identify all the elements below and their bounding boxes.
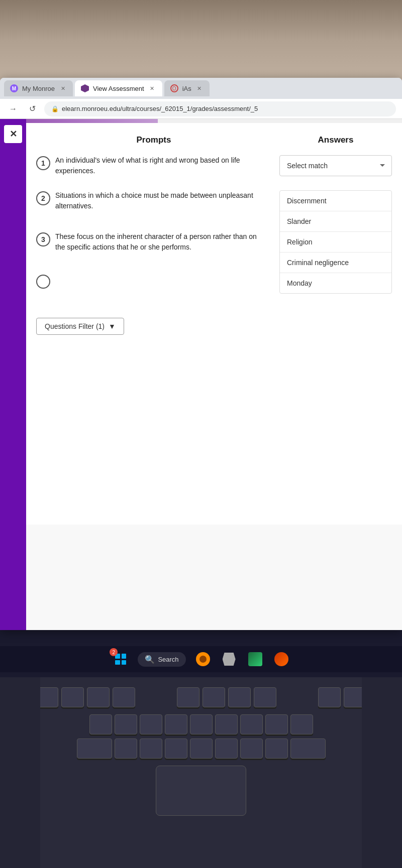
key-shift-left: [77, 738, 112, 759]
questions-filter-button[interactable]: Questions Filter (1) ▼: [36, 318, 124, 335]
key-e: [87, 687, 110, 707]
laptop-frame-right: [362, 677, 402, 868]
tab-my-monroe-close[interactable]: ✕: [59, 84, 67, 92]
table-row: 1 An individual's view of what is right …: [36, 155, 392, 190]
key-x: [140, 738, 162, 759]
url-text: elearn.monroeu.edu/ultra/courses/_62015_…: [62, 105, 258, 112]
key-n: [240, 738, 263, 759]
questions-filter-label: Questions Filter (1): [45, 322, 105, 330]
search-text: Search: [158, 656, 178, 663]
prompt-cell-1: 1 An individual's view of what is right …: [36, 155, 271, 190]
tab-iask-label: iAs: [182, 85, 191, 92]
red-app-icon: [274, 652, 288, 666]
touchpad[interactable]: [156, 766, 246, 816]
key-r: [113, 687, 135, 707]
taskbar-app-4[interactable]: [272, 650, 290, 668]
key-z: [115, 738, 137, 759]
prompt-number-3: 3: [36, 232, 50, 246]
key-v: [190, 738, 213, 759]
prompt-text-2: Situations in which a choice must be mad…: [55, 190, 263, 211]
prompts-column-header: Prompts: [36, 135, 271, 155]
key-c: [165, 738, 187, 759]
taskbar-search[interactable]: 🔍 Search: [138, 652, 185, 667]
tab-iask[interactable]: O iAs ✕: [164, 80, 210, 96]
answer-options-list: Discernment Slander Religion Criminal ne…: [279, 190, 392, 294]
prompt-number-2: 2: [36, 191, 50, 205]
windows-grid-cell-3: [115, 660, 120, 665]
taskbar-app-1[interactable]: [194, 650, 212, 668]
omega-icon: O: [170, 84, 178, 92]
prompt-text-1: An individual's view of what is right an…: [55, 155, 263, 176]
key-y: [203, 687, 225, 707]
prompt-cell-4: [36, 273, 271, 308]
back-icon: →: [9, 104, 17, 113]
key-k: [265, 714, 288, 734]
tab-iask-close[interactable]: ✕: [195, 84, 204, 92]
tab-view-assessment-close[interactable]: ✕: [148, 84, 156, 92]
key-f: [165, 714, 187, 734]
tab-my-monroe[interactable]: M My Monroe ✕: [4, 80, 73, 96]
content-area: ✕ Prompts Answers: [0, 119, 402, 630]
windows-grid-icon: [115, 654, 126, 665]
taskbar-app-2[interactable]: [220, 650, 238, 668]
touchpad-area: [0, 766, 402, 816]
url-bar[interactable]: 🔒 elearn.monroeu.edu/ultra/courses/_6201…: [44, 101, 396, 116]
key-m: [265, 738, 288, 759]
taskbar: 2 🔍 Search: [0, 646, 402, 672]
partial-number-icon: [36, 275, 50, 289]
key-g: [190, 714, 213, 734]
green-app-icon: [248, 652, 262, 666]
windows-grid-cell-2: [122, 654, 127, 659]
answer-option-monday[interactable]: Monday: [280, 273, 391, 293]
browser-window: M My Monroe ✕ View Assessment ✕ O iAs ✕ …: [0, 78, 402, 630]
key-a: [89, 714, 112, 734]
matching-table: Prompts Answers 1 An individual's view o…: [36, 135, 392, 308]
prompt-cell-2: 2 Situations in which a choice must be m…: [36, 190, 271, 231]
tab-view-assessment[interactable]: View Assessment ✕: [75, 80, 162, 96]
prompt-item-2: 2 Situations in which a choice must be m…: [36, 190, 263, 211]
prompt-text-3: These focus on the inherent character of…: [55, 231, 263, 253]
answer-options-cell: Discernment Slander Religion Criminal ne…: [271, 190, 392, 308]
answer-option-slander[interactable]: Slander: [280, 211, 391, 232]
tab-view-assessment-label: View Assessment: [93, 85, 144, 92]
prompt-cell-3: 3 These focus on the inherent character …: [36, 231, 271, 273]
laptop-frame-left: [0, 677, 40, 868]
progress-bar: [26, 119, 158, 123]
keyboard-area: [0, 677, 402, 868]
orange-circle-icon: [196, 652, 210, 666]
key-d: [140, 714, 162, 734]
lock-icon: 🔒: [51, 105, 59, 112]
key-j: [240, 714, 263, 734]
answer-option-discernment[interactable]: Discernment: [280, 191, 391, 211]
key-o: [318, 687, 341, 707]
prompt-item-1: 1 An individual's view of what is right …: [36, 155, 263, 176]
key-b: [215, 738, 238, 759]
tab-my-monroe-label: My Monroe: [22, 85, 55, 92]
side-panel: ✕: [0, 119, 26, 630]
answers-column-header: Answers: [271, 135, 392, 155]
back-button[interactable]: →: [6, 102, 20, 116]
key-group-3: [318, 687, 366, 707]
reload-button[interactable]: ↺: [25, 102, 39, 116]
my-monroe-icon: M: [10, 84, 18, 92]
close-button[interactable]: ✕: [4, 125, 22, 143]
tab-bar: M My Monroe ✕ View Assessment ✕ O iAs ✕: [0, 78, 402, 99]
taskbar-app-3[interactable]: [246, 650, 264, 668]
close-icon: ✕: [10, 129, 17, 140]
answer-option-religion[interactable]: Religion: [280, 232, 391, 253]
hexagon-icon: [223, 653, 236, 666]
taskbar-windows-icon[interactable]: 2: [112, 650, 130, 668]
blackboard-icon: [81, 84, 89, 92]
select-match-dropdown-1[interactable]: Select match Discernment Slander Religio…: [279, 155, 392, 176]
answer-option-criminal-negligence[interactable]: Criminal negligence: [280, 253, 391, 273]
key-w: [61, 687, 84, 707]
key-u: [228, 687, 251, 707]
questions-filter-area: Questions Filter (1) ▼: [36, 308, 392, 335]
chevron-down-icon: ▼: [109, 322, 116, 330]
search-icon: 🔍: [145, 655, 155, 664]
reload-icon: ↺: [29, 104, 36, 113]
progress-area: [26, 119, 402, 123]
key-group-1: [36, 687, 135, 707]
table-row: 2 Situations in which a choice must be m…: [36, 190, 392, 231]
key-l: [290, 714, 313, 734]
